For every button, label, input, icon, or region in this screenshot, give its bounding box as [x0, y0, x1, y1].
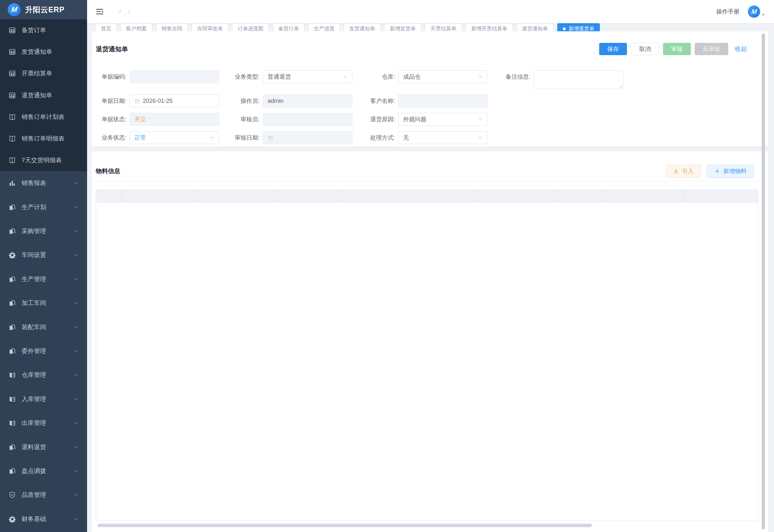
- page-tab[interactable]: 开票结算单: [425, 23, 462, 31]
- chevron-down-icon: [74, 300, 79, 306]
- save-button[interactable]: 保存: [599, 43, 627, 55]
- sidebar-item[interactable]: 品质管理: [0, 483, 87, 507]
- copy-icon: [9, 228, 16, 235]
- chevron-down-icon: [478, 117, 483, 122]
- sidebar-item-label: 退料退货: [22, 443, 46, 451]
- sidebar-item[interactable]: 生产管理: [0, 267, 87, 291]
- manual-link[interactable]: 操作手册: [716, 8, 739, 15]
- handle-select[interactable]: 无: [398, 131, 488, 144]
- sidebar-item[interactable]: 发货通知单: [0, 41, 87, 63]
- copy-icon: [9, 348, 16, 355]
- remark-textarea[interactable]: [534, 70, 623, 89]
- page-tab[interactable]: 发货通知单: [344, 23, 381, 31]
- chart-icon: [9, 180, 16, 187]
- gear-icon: [9, 516, 16, 523]
- cancel-button[interactable]: 取消: [631, 43, 659, 55]
- page-tab-label: 合同审批单: [197, 25, 223, 32]
- page-tab[interactable]: 首页: [95, 23, 117, 31]
- import-button[interactable]: 引入: [666, 165, 701, 178]
- page-tab-label: 退货通知单: [522, 25, 548, 32]
- horizontal-scrollbar[interactable]: [97, 524, 592, 527]
- sidebar-item[interactable]: 生产计划: [0, 195, 87, 219]
- audit-button[interactable]: 审核: [663, 43, 691, 55]
- page-tab[interactable]: 新增退货单: [557, 23, 600, 31]
- sidebar-item-label: 委外管理: [22, 347, 46, 355]
- operator-label: 操作员:: [219, 94, 263, 107]
- breadcrumb-item[interactable]: [115, 8, 125, 15]
- sidebar-item[interactable]: 采购管理: [0, 219, 87, 243]
- menu-collapse-icon[interactable]: [95, 7, 104, 16]
- warehouse-select[interactable]: 成品仓: [398, 70, 488, 83]
- breadcrumb-item[interactable]: [125, 8, 134, 15]
- chevron-down-icon: [74, 229, 79, 234]
- handle-label: 处理方式:: [352, 131, 398, 144]
- calendar-icon: [134, 98, 140, 104]
- page-tab-label: 销售合同: [162, 25, 182, 32]
- sidebar-item[interactable]: 加工车间: [0, 291, 87, 315]
- book-icon: [9, 113, 16, 121]
- sidebar-item[interactable]: 退货通知单: [0, 84, 87, 106]
- sidebar-item[interactable]: 7天交货明细表: [0, 150, 87, 171]
- table-column-header: [685, 190, 685, 202]
- page-tab[interactable]: 客户档案: [121, 23, 152, 31]
- form-row: 单据编码: 业务类型: 普通退货 仓库: 成品仓 备注信息:: [96, 70, 768, 89]
- table-column-header: [200, 190, 279, 202]
- caret-down-icon[interactable]: ▾: [762, 12, 764, 17]
- reason-label: 退货原因:: [352, 113, 398, 126]
- sidebar-item[interactable]: 盘点调拨: [0, 459, 87, 483]
- download-icon: [673, 168, 679, 174]
- sidebar-item-label: 销售订单明细表: [22, 134, 65, 143]
- page-tab[interactable]: 生产进度: [308, 23, 340, 31]
- page-tab-label: 首页: [101, 25, 111, 32]
- page-tab[interactable]: 备货订单: [273, 23, 304, 31]
- page-tab[interactable]: 新增开票结算单: [466, 23, 513, 31]
- code-input[interactable]: [130, 70, 219, 83]
- table-column-header: [473, 190, 555, 202]
- copy-icon: [9, 300, 16, 307]
- sidebar-item[interactable]: 开票结算单: [0, 63, 87, 84]
- sidebar-item[interactable]: 财务基础: [0, 507, 87, 531]
- sidebar-item[interactable]: 仓库管理: [0, 363, 87, 387]
- sidebar-item[interactable]: 销售订单计划表: [0, 106, 87, 128]
- reason-select[interactable]: 外观问题: [398, 113, 488, 126]
- date-picker[interactable]: 2026-01-25: [130, 94, 219, 107]
- page-tab-label: 订单进度图: [238, 25, 263, 32]
- chevron-down-icon: [74, 277, 79, 282]
- sidebar-item[interactable]: 装配车间: [0, 315, 87, 339]
- table-column-header: [343, 190, 473, 202]
- sidebar-item-label: 采购管理: [22, 227, 46, 235]
- gear-icon: [9, 251, 16, 259]
- add-material-button[interactable]: 新增物料: [707, 165, 754, 178]
- page-tab[interactable]: 合同审批单: [192, 23, 228, 31]
- sidebar-item[interactable]: 销售订单明细表: [0, 128, 87, 149]
- sidebar-item[interactable]: 备货订单: [0, 19, 87, 41]
- page-tab-label: 生产进度: [314, 25, 334, 32]
- page-tab[interactable]: 销售合同: [156, 23, 188, 31]
- form-row: 业务状态: 正常 审核日期: 处理方式: 无: [96, 131, 768, 144]
- customer-input[interactable]: [398, 94, 488, 107]
- return-notice-header: 退货通知单 保存 取消 审核 反审核 收起: [92, 31, 768, 55]
- page-tab[interactable]: 退货通知单: [517, 23, 553, 31]
- status-input[interactable]: 开立: [130, 113, 219, 126]
- auditor-input[interactable]: [263, 113, 352, 126]
- vertical-scrollbar[interactable]: [762, 34, 765, 529]
- sidebar-item[interactable]: 退料退货: [0, 435, 87, 459]
- page-tab[interactable]: 新增发货单: [384, 23, 421, 31]
- sidebar-item[interactable]: 销售报表: [0, 171, 87, 195]
- collapse-link[interactable]: 收起: [735, 45, 747, 53]
- biz-type-select[interactable]: 普通退货: [263, 70, 352, 83]
- avatar[interactable]: M: [748, 5, 760, 18]
- read-icon: [9, 371, 16, 379]
- date-label: 单据日期:: [96, 94, 130, 107]
- sidebar-item[interactable]: 入库管理: [0, 387, 87, 411]
- sidebar-item[interactable]: 车间设置: [0, 243, 87, 267]
- sidebar-item[interactable]: 出库管理: [0, 411, 87, 435]
- audit-date-picker[interactable]: [263, 131, 352, 144]
- unaudit-button[interactable]: 反审核: [695, 43, 728, 55]
- page-tab-label: 新增发货单: [390, 25, 416, 32]
- sidebar-item[interactable]: 委外管理: [0, 339, 87, 363]
- operator-input[interactable]: admin: [263, 94, 352, 107]
- page-tab[interactable]: 订单进度图: [232, 23, 269, 31]
- copy-icon: [9, 204, 16, 211]
- biz-status-select[interactable]: 正常: [130, 131, 219, 144]
